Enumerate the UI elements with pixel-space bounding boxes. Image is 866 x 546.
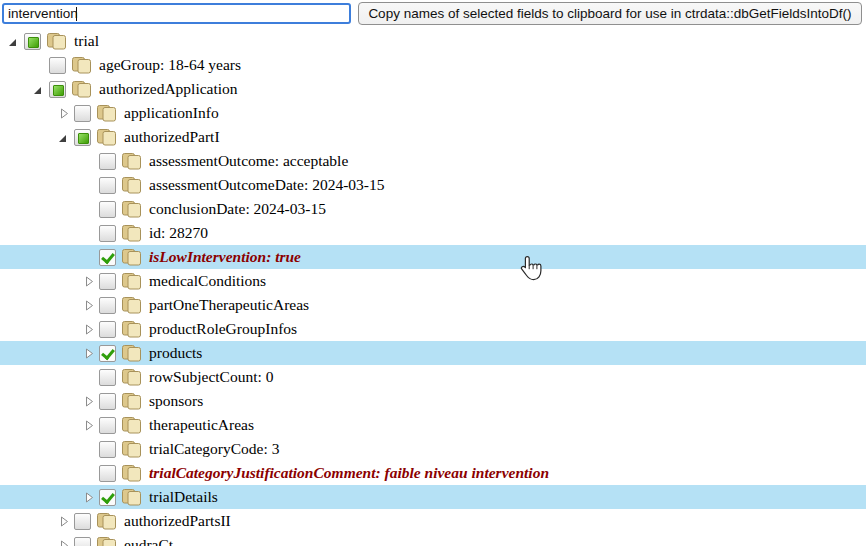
expand-icon[interactable] (83, 417, 99, 433)
checkbox-unchecked[interactable] (74, 537, 91, 546)
expand-icon[interactable] (83, 297, 99, 313)
tree-node-products[interactable]: products (0, 341, 866, 365)
tree-node-therapeuticareas[interactable]: therapeuticAreas (0, 413, 866, 437)
expander-spacer (33, 57, 49, 73)
collapse-icon[interactable] (33, 81, 49, 97)
checkbox-checked[interactable] (99, 489, 116, 506)
expander-spacer (83, 153, 99, 169)
node-label[interactable]: trialDetails (149, 488, 218, 506)
tree-node-assessmentoutcome[interactable]: assessmentOutcome: acceptable (0, 149, 866, 173)
node-label[interactable]: authorizedPartsII (124, 512, 231, 530)
node-label[interactable]: trialCategoryJustificationComment: faibl… (149, 464, 549, 482)
node-label[interactable]: authorizedApplication (99, 80, 238, 98)
folder-icon (122, 297, 142, 314)
checkbox-unchecked[interactable] (99, 153, 116, 170)
folder-icon (47, 33, 67, 50)
tree-node-trialcategorycode[interactable]: trialCategoryCode: 3 (0, 437, 866, 461)
folder-icon (122, 273, 142, 290)
toolbar: Copy names of selected fields to clipboa… (0, 0, 866, 28)
tree-node-productrolegroupinfos[interactable]: productRoleGroupInfos (0, 317, 866, 341)
tree-node-rowsubjectcount[interactable]: rowSubjectCount: 0 (0, 365, 866, 389)
tree-node-agegroup[interactable]: ageGroup: 18-64 years (0, 53, 866, 77)
checkbox-unchecked[interactable] (74, 105, 91, 122)
expander-spacer (83, 201, 99, 217)
tree-node-islowintervention[interactable]: isLowIntervention: true (0, 245, 866, 269)
collapse-icon[interactable] (58, 129, 74, 145)
node-label[interactable]: sponsors (149, 392, 203, 410)
folder-icon (122, 249, 142, 266)
node-label[interactable]: partOneTherapeuticAreas (149, 296, 309, 314)
tree-node-authorizedparti[interactable]: authorizedPartI (0, 125, 866, 149)
checkbox-checked[interactable] (99, 345, 116, 362)
checkbox-unchecked[interactable] (99, 417, 116, 434)
folder-icon (122, 177, 142, 194)
node-label[interactable]: trial (74, 32, 99, 50)
expand-icon[interactable] (83, 393, 99, 409)
expand-icon[interactable] (83, 273, 99, 289)
tree-node-trial[interactable]: trial (0, 29, 866, 53)
checkbox-unchecked[interactable] (99, 441, 116, 458)
folder-icon (97, 537, 117, 546)
folder-icon (122, 201, 142, 218)
expand-icon[interactable] (83, 321, 99, 337)
checkbox-unchecked[interactable] (99, 273, 116, 290)
checkbox-unchecked[interactable] (99, 369, 116, 386)
checkbox-unchecked[interactable] (99, 297, 116, 314)
node-label[interactable]: eudraCt (124, 536, 173, 546)
expander-spacer (83, 441, 99, 457)
checkbox-unchecked[interactable] (99, 465, 116, 482)
checkbox-partial[interactable] (24, 33, 41, 50)
node-label[interactable]: applicationInfo (124, 104, 219, 122)
collapse-icon[interactable] (8, 33, 24, 49)
node-label[interactable]: products (149, 344, 202, 362)
folder-icon (122, 441, 142, 458)
node-label[interactable]: trialCategoryCode: 3 (149, 440, 279, 458)
search-input[interactable] (2, 3, 351, 24)
copy-fields-button[interactable]: Copy names of selected fields to clipboa… (358, 2, 862, 25)
checkbox-unchecked[interactable] (74, 513, 91, 530)
checkbox-unchecked[interactable] (99, 201, 116, 218)
expand-icon[interactable] (83, 345, 99, 361)
checkbox-unchecked[interactable] (99, 321, 116, 338)
node-label[interactable]: id: 28270 (149, 224, 208, 242)
tree-node-partonetherapeuticareas[interactable]: partOneTherapeuticAreas (0, 293, 866, 317)
folder-icon (122, 489, 142, 506)
tree-node-sponsors[interactable]: sponsors (0, 389, 866, 413)
tree-node-trialdetails[interactable]: trialDetails (0, 485, 866, 509)
node-label[interactable]: authorizedPartI (124, 128, 220, 146)
node-label[interactable]: assessmentOutcome: acceptable (149, 152, 348, 170)
tree-node-medicalconditions[interactable]: medicalConditions (0, 269, 866, 293)
node-label[interactable]: conclusionDate: 2024-03-15 (149, 200, 326, 218)
expander-spacer (83, 225, 99, 241)
node-label[interactable]: medicalConditions (149, 272, 266, 290)
folder-icon (97, 105, 117, 122)
node-label[interactable]: assessmentOutcomeDate: 2024-03-15 (149, 176, 384, 194)
checkbox-unchecked[interactable] (99, 225, 116, 242)
expand-icon[interactable] (58, 537, 74, 546)
node-label[interactable]: productRoleGroupInfos (149, 320, 297, 338)
tree-node-applicationinfo[interactable]: applicationInfo (0, 101, 866, 125)
checkbox-unchecked[interactable] (99, 393, 116, 410)
checkbox-unchecked[interactable] (99, 177, 116, 194)
node-label[interactable]: therapeuticAreas (149, 416, 254, 434)
tree-node-assessmentoutcomedate[interactable]: assessmentOutcomeDate: 2024-03-15 (0, 173, 866, 197)
checkbox-partial[interactable] (74, 129, 91, 146)
checkbox-partial[interactable] (49, 81, 66, 98)
tree-node-conclusiondate[interactable]: conclusionDate: 2024-03-15 (0, 197, 866, 221)
expander-spacer (83, 369, 99, 385)
expander-spacer (83, 465, 99, 481)
node-label[interactable]: isLowIntervention: true (149, 248, 301, 266)
checkbox-checked[interactable] (99, 249, 116, 266)
expand-icon[interactable] (58, 105, 74, 121)
tree-node-trialcategoryjustificationcomment[interactable]: trialCategoryJustificationComment: faibl… (0, 461, 866, 485)
tree-node-id[interactable]: id: 28270 (0, 221, 866, 245)
folder-icon (122, 153, 142, 170)
node-label[interactable]: rowSubjectCount: 0 (149, 368, 273, 386)
checkbox-unchecked[interactable] (49, 57, 66, 74)
expand-icon[interactable] (83, 489, 99, 505)
tree-node-eudract[interactable]: eudraCt (0, 533, 866, 546)
expand-icon[interactable] (58, 513, 74, 529)
tree-node-authorizedpartsii[interactable]: authorizedPartsII (0, 509, 866, 533)
node-label[interactable]: ageGroup: 18-64 years (99, 56, 241, 74)
tree-node-authorizedapplication[interactable]: authorizedApplication (0, 77, 866, 101)
